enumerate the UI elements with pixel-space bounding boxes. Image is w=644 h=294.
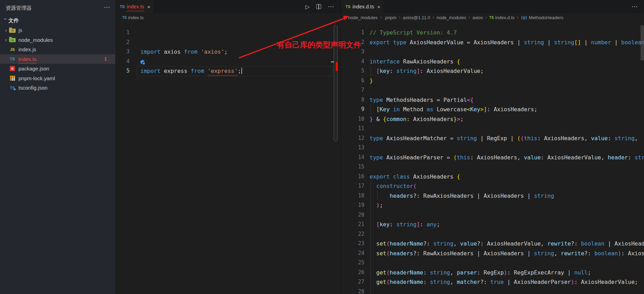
code-line[interactable]: 7 xyxy=(341,85,644,95)
code-line[interactable]: 16export class AxiosHeaders { xyxy=(341,172,644,182)
file-row-node_modules[interactable]: ›JSnode_modules xyxy=(0,35,115,45)
code-line[interactable]: 4interface RawAxiosHeaders { xyxy=(341,57,644,67)
code-line[interactable]: 10} & {common: AxiosHeaders}>; xyxy=(341,114,644,124)
tabbar-right: TS index.d.ts × ⋯ xyxy=(341,0,644,13)
line-number: 1 xyxy=(115,28,130,38)
breadcrumb-item-axios[interactable]: axios xyxy=(472,15,483,20)
file-row-pnpm-lock.yaml[interactable]: pnpm-lock.yaml xyxy=(0,74,115,83)
explorer-more-icon[interactable]: ⋯ xyxy=(104,3,110,11)
breadcrumb-item-.pnpm[interactable]: .pnpm xyxy=(384,15,396,20)
code-line[interactable]: 14type AxiosHeaderParser = (this: AxiosH… xyxy=(341,153,644,163)
scrollbar-left-editor[interactable] xyxy=(334,25,337,141)
code-line[interactable]: 5 [key: string]: AxiosHeaderValue; xyxy=(341,66,644,76)
code-line[interactable]: 12type AxiosHeaderMatcher = string | Reg… xyxy=(341,134,644,143)
run-icon[interactable]: ▷ xyxy=(305,3,310,10)
chevron-right-icon[interactable]: › xyxy=(3,28,9,33)
indent-guide xyxy=(371,220,371,229)
code-token: this xyxy=(524,135,537,142)
code-token: RawAxiosHeaders xyxy=(400,58,457,65)
indent-guide xyxy=(371,249,371,258)
code-token: string xyxy=(430,269,450,276)
code-line[interactable]: 18 headers?: RawAxiosHeaders | AxiosHead… xyxy=(341,191,644,201)
code-token: set xyxy=(376,240,386,247)
close-icon[interactable]: × xyxy=(147,4,150,9)
code-line[interactable]: 27 get(headerName: string, matcher?: tru… xyxy=(341,277,644,287)
line-number: 11 xyxy=(341,124,364,134)
tab-index-d-ts[interactable]: TS index.d.ts × xyxy=(341,0,384,13)
code-line[interactable]: 1// TypeScript Version: 4.7 xyxy=(341,28,644,38)
code-line[interactable]: 4 xyxy=(115,57,341,67)
files-section-label: 文件 xyxy=(8,17,19,24)
code-editor-left[interactable]: 123import axios from 'axios';45import ex… xyxy=(115,22,341,294)
code-line[interactable]: 9 [Key in Method as Lowercase<Key>]: Axi… xyxy=(341,105,644,114)
pnpm-icon xyxy=(9,75,16,81)
code-line[interactable]: 28 xyxy=(341,287,644,294)
code-token: , xyxy=(554,250,561,257)
code-token: string xyxy=(554,39,574,46)
breadcrumb-item-index.ts[interactable]: TSindex.ts xyxy=(122,15,144,20)
breadcrumb-item-MethodsHeaders[interactable]: [@]MethodsHeaders xyxy=(521,15,563,20)
split-editor-icon[interactable] xyxy=(316,4,321,9)
code-editor-right[interactable]: 1// TypeScript Version: 4.72export type … xyxy=(341,22,644,294)
breadcrumb-item-node_modules[interactable]: node_modules xyxy=(436,15,466,20)
code-line[interactable]: 17 constructor( xyxy=(341,181,644,191)
code-line[interactable]: 25 xyxy=(341,258,644,268)
code-token: as xyxy=(427,106,433,113)
code-token: { xyxy=(457,173,460,180)
code-token: | RegExp | xyxy=(477,135,517,142)
code-line[interactable]: 1 xyxy=(115,28,341,38)
code-line[interactable]: 2 xyxy=(115,38,341,47)
indent-guide xyxy=(371,287,371,294)
more-icon[interactable]: ⋯ xyxy=(631,3,638,10)
code-line[interactable]: 2export type AxiosHeaderValue = AxiosHea… xyxy=(341,38,644,47)
close-icon[interactable]: × xyxy=(377,4,380,9)
tab-index-ts[interactable]: TS index.ts × xyxy=(115,0,154,13)
code-token: AxiosHeaderMatcher = xyxy=(383,135,457,142)
code-line[interactable]: 13 xyxy=(341,143,644,153)
line-number: 6 xyxy=(341,76,364,86)
code-line[interactable]: 24 set(headers?: RawAxiosHeaders | Axios… xyxy=(341,249,644,258)
code-token: : xyxy=(423,279,430,285)
code-token: [ xyxy=(376,106,380,113)
code-line[interactable]: 8type MethodsHeaders = Partial<{ xyxy=(341,95,644,105)
code-line[interactable]: 19 ); xyxy=(341,201,644,210)
code-token: in xyxy=(393,106,399,113)
code-token: ( xyxy=(413,183,417,189)
code-line[interactable]: 11 xyxy=(341,124,644,134)
line-number: 5 xyxy=(341,66,364,76)
code-line[interactable]: 26 get(headerName: string, parser: RegEx… xyxy=(341,268,644,278)
file-name: tsconfig.json xyxy=(18,85,47,91)
indent-guide xyxy=(371,191,371,201)
code-line[interactable]: 23 set(headerName?: string, value?: Axio… xyxy=(341,239,644,249)
breadcrumb-item-index.d.ts[interactable]: TSindex.d.ts xyxy=(489,15,514,20)
code-token: common xyxy=(386,116,406,122)
file-row-tsconfig.json[interactable]: TStsconfig.json xyxy=(0,83,115,93)
code-token: headers xyxy=(390,193,413,199)
file-row-index.js[interactable]: JSindex.js xyxy=(0,45,115,54)
code-line[interactable]: 5import express from 'express'; xyxy=(115,66,341,76)
file-row-package.json[interactable]: npackage.json xyxy=(0,64,115,74)
code-line[interactable]: 20 xyxy=(341,210,644,220)
breadcrumb-item-node_modules[interactable]: node_modules xyxy=(348,15,378,20)
breadcrumb-item-axios@1.11.0[interactable]: axios@1.11.0 xyxy=(403,15,430,20)
file-row-index.ts[interactable]: TSindex.ts1 xyxy=(0,54,115,64)
lightbulb-icon[interactable] xyxy=(140,60,145,64)
code-line[interactable]: 15 xyxy=(341,162,644,172)
code-line[interactable]: 22 xyxy=(341,229,644,239)
code-line[interactable]: 3import axios from 'axios'; xyxy=(115,47,341,57)
breadcrumb-separator: › xyxy=(399,15,400,20)
more-icon[interactable]: ⋯ xyxy=(328,3,334,10)
code-token: ] xyxy=(417,68,420,74)
indent-guide xyxy=(371,105,371,114)
overview-ruler-cursor-mark xyxy=(331,61,334,62)
file-name: js xyxy=(18,27,22,33)
code-token: Key xyxy=(380,106,390,113)
file-row-js[interactable]: ›JSjs xyxy=(0,25,115,35)
code-line[interactable]: 6} xyxy=(341,76,644,86)
scrollbar-right-editor[interactable] xyxy=(641,25,644,60)
code-line[interactable]: 3 xyxy=(341,47,644,57)
code-line[interactable]: 21 [key: string]: any; xyxy=(341,220,644,229)
breadcrumb-label: index.ts xyxy=(128,15,144,20)
files-section-header[interactable]: › 文件 xyxy=(0,16,115,25)
chevron-right-icon[interactable]: › xyxy=(3,37,9,43)
